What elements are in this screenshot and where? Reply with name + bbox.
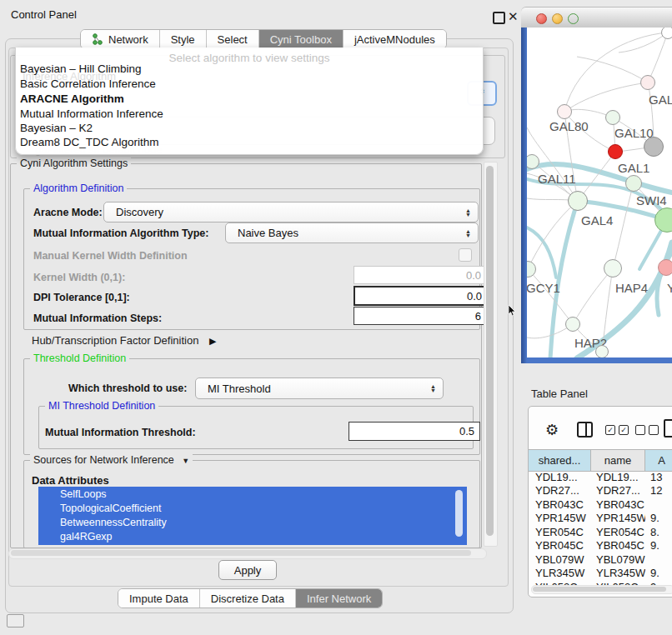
tab-select[interactable]: Select [207,30,259,48]
scrollbar-thumb[interactable] [486,166,494,536]
dropdown-item[interactable]: Mutual Information Inference [20,108,163,122]
network-node[interactable] [640,75,655,90]
network-node[interactable] [625,175,642,192]
tab-network[interactable]: Network [81,30,160,48]
attribute-list-item[interactable]: gal4RGexp [38,529,467,543]
network-node-label: GAL11 [538,172,576,186]
mi-steps-field[interactable]: 6 [354,307,487,325]
network-node[interactable] [604,259,622,278]
mi-type-label: Mutual Information Algorithm Type: [33,228,208,239]
table-rows[interactable]: YDL19...YDL19...13 YDR27...YDR27...12 YB… [530,470,672,585]
export-table-icon[interactable] [664,419,672,438]
network-node[interactable] [658,259,672,276]
spinner-arrows-icon: ▲▼ [430,384,436,392]
aracne-mode-combo[interactable]: Discovery ▲▼ [103,202,479,222]
tab-discretize-data[interactable]: Discretize Data [200,589,296,608]
mi-steps-label: Mutual Information Steps: [33,312,162,324]
table-row[interactable]: YDL19...YDL19...13 [530,470,672,484]
attribute-list-item[interactable]: BetweennessCentrality [38,515,467,529]
close-panel-icon[interactable]: ✕ [508,11,519,22]
table-row[interactable]: YDR27...YDR27...12 [530,484,672,498]
tab-impute-data[interactable]: Impute Data [118,589,200,608]
minimized-panel-icon[interactable] [7,614,24,628]
dropdown-item[interactable]: Bayesian – Hill Climbing [20,62,142,78]
mi-threshold-field[interactable]: 0.5 [349,422,480,441]
table-row[interactable]: YBR045CYBR045C9. [530,539,672,553]
network-node[interactable] [661,28,672,39]
expanded-arrow-icon: ▼ [182,457,189,465]
network-node-label: GAL4 [581,213,613,228]
collapsed-arrow-icon: ▶ [209,336,216,346]
dropdown-item[interactable]: Basic Correlation Inference [20,78,156,92]
tab-infer-network[interactable]: Infer Network [296,589,382,608]
select-all-columns-icon[interactable]: ✓✓ [605,425,629,435]
minimize-traffic-light-icon[interactable] [552,13,563,24]
sources-title-row[interactable]: Sources for Network Inference ▼ [30,454,193,466]
network-node[interactable] [605,110,620,125]
network-canvas[interactable]: GALGAL80GAL10GAL1GAL11SWI4GAL4GCY1HAP4YH… [527,28,672,358]
scrollbar-thumb[interactable] [11,550,471,556]
which-threshold-combo[interactable]: MI Threshold ▲▼ [195,378,444,399]
deselect-columns-icon[interactable] [635,425,659,435]
aracne-mode-value: Discovery [104,206,465,218]
split-view-icon[interactable] [577,422,593,438]
network-node-label: GAL1 [618,161,649,175]
network-node[interactable] [565,317,580,332]
attribute-list-item[interactable]: TopologicalCoefficient [38,501,467,515]
zoom-traffic-light-icon[interactable] [568,13,579,24]
table-row[interactable]: YPR145WYPR145W9. [530,512,672,526]
dpi-tolerance-label: DPI Tolerance [0,1]: [33,292,130,303]
column-header-partial[interactable]: A [645,450,672,471]
dropdown-item[interactable]: Bayesian – K2 [20,122,93,137]
network-node-label: SWI4 [636,193,667,208]
tab-network-label: Network [108,33,148,46]
algorithm-dropdown-popup: Select algorithm to view settings Infere… [15,48,484,155]
table-row[interactable]: YLR345WYLR345W9. [530,567,672,581]
dropdown-item-selected[interactable]: ARACNE Algorithm [20,92,124,108]
attributes-scrollbar[interactable] [455,490,463,537]
scrollbar-thumb[interactable] [533,587,666,592]
table-row[interactable]: YER054CYER054C8. [530,525,672,539]
network-node-label: GCY1 [527,281,560,295]
float-panel-icon[interactable] [493,12,505,24]
table-panel: ⚙ ✓✓ shared... name A YDL19...YDL19...13… [528,406,672,598]
mi-type-combo[interactable]: Naive Bayes ▲▼ [225,222,479,243]
attribute-list-item[interactable]: SelfLoops [38,487,467,501]
mi-threshold-label: Mutual Information Threshold: [45,427,196,438]
network-node[interactable] [608,144,623,159]
table-header-row: shared... name A [529,449,672,472]
table-panel-title: Table Panel [531,388,588,400]
settings-horizontal-scrollbar[interactable] [8,548,487,559]
data-attributes-list: SelfLoops TopologicalCoefficient Between… [38,487,467,545]
kernel-width-field[interactable]: 0.0 [354,266,487,284]
bottom-tabbar: Impute Data Discretize Data Infer Networ… [118,588,383,608]
spinner-arrows-icon: ▲▼ [465,208,471,217]
table-row[interactable]: YBL079WYBL079W [530,552,672,567]
apply-button[interactable]: Apply [218,560,277,580]
dropdown-item[interactable]: Dream8 DC_TDC Algorithm [20,136,159,151]
network-node[interactable] [595,345,609,358]
tab-cyni-toolbox[interactable]: Cyni Toolbox [259,30,344,48]
tab-style[interactable]: Style [160,30,207,48]
tab-jactivemnodules[interactable]: jActiveMNodules [344,30,446,48]
network-node[interactable] [644,137,664,157]
network-node[interactable] [557,104,572,119]
network-node[interactable] [568,191,588,211]
manual-kernel-label: Manual Kernel Width Definition [33,250,188,262]
network-node-label: GAL [649,92,672,107]
spinner-arrows-icon: ▲▼ [465,229,471,238]
gear-icon[interactable]: ⚙ [545,421,559,439]
column-header-name[interactable]: name [591,450,645,471]
manual-kernel-checkbox[interactable] [459,248,472,262]
settings-vertical-scrollbar[interactable] [484,162,498,547]
hub-definition-toggle[interactable]: Hub/Transcription Factor Definition ▶ [32,334,216,347]
which-threshold-value: MI Threshold [196,382,430,395]
table-row[interactable]: YBR043CYBR043C [530,498,672,512]
close-traffic-light-icon[interactable] [536,13,547,24]
table-horizontal-scrollbar[interactable] [531,585,672,594]
mi-type-value: Naive Bayes [226,227,465,239]
network-window-titlebar[interactable] [521,7,672,28]
column-header-shared[interactable]: shared... [529,450,591,471]
dpi-tolerance-field[interactable]: 0.0 [354,286,489,306]
which-threshold-label: Which threshold to use: [68,382,187,394]
